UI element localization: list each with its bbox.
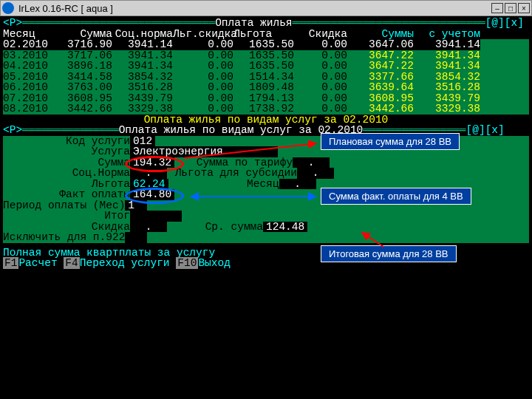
detail-panel: Код услуги 012 Услуга Электроэнергия Сум…	[3, 136, 529, 243]
val-avg[interactable]: 124.48	[263, 222, 307, 233]
minimize-button[interactable]: –	[491, 3, 503, 13]
hdr-account: с учетом	[414, 29, 480, 40]
table-row[interactable]: 04.20103896.183941.340.001635.500.003647…	[3, 61, 529, 72]
close-button[interactable]: ×	[518, 3, 530, 13]
titlebar: IrLex 0.16-RC [ aqua ] – □ ×	[0, 0, 532, 16]
lbl-sum: Сумма	[3, 157, 130, 168]
callout-plan: Плановая сумма для 28 ВВ	[321, 133, 460, 150]
hdr-benefit: Льгота	[233, 29, 294, 40]
lbl-tariff: Сумма по тарифу	[174, 157, 293, 168]
lbl-month: Месяц	[168, 179, 279, 190]
hdr-totals: Суммы	[347, 29, 414, 40]
lbl-benefit: Льгота	[3, 179, 130, 190]
table-row[interactable]: 07.20103608.953439.790.001794.130.003608…	[3, 93, 529, 104]
cell-total: 3647.06	[347, 39, 414, 50]
hdr-norm: Соц.норма	[112, 29, 173, 40]
lbl-discount: Скидка	[3, 222, 130, 233]
cell-disc: 0.00	[173, 39, 233, 50]
terminal: <P>══════════════════════════════Оплата …	[0, 16, 532, 270]
app-icon	[2, 2, 14, 14]
panel2-controls[interactable]: [@][x]	[466, 125, 505, 136]
val-code[interactable]: 012	[130, 136, 155, 147]
lbl-fact: Факт оплаты	[3, 189, 130, 200]
panel1-prefix: <P>	[3, 18, 22, 29]
cell-skidka: 0.00	[294, 39, 347, 50]
val-subs[interactable]: .	[297, 168, 334, 179]
maximize-button[interactable]: □	[505, 3, 516, 13]
hdr-skidka: Скидка	[294, 29, 347, 40]
annotation-circle-plan	[125, 156, 184, 172]
lbl-total: Итог	[3, 211, 130, 222]
panel2-prefix: <P>	[3, 125, 22, 136]
annotation-circle-fact	[125, 188, 184, 204]
table-row[interactable]: 08.20103442.663329.380.001738.920.003442…	[3, 103, 529, 115]
hdr-sum: Сумма	[52, 29, 112, 40]
lbl-service: Услуга	[3, 146, 130, 157]
cell-sum: 3716.90	[52, 39, 112, 50]
fkey-f1-label: Расчет	[18, 257, 57, 269]
table-header-row: Месяц Сумма Соц.норма Льг.скидка Льгота …	[3, 29, 529, 40]
lbl-subs: Льгота для субсидии	[167, 168, 297, 179]
callout-fact: Сумма факт. оплаты для 4 ВВ	[321, 188, 471, 205]
cell-benefit: 1635.50	[233, 39, 294, 50]
table-row[interactable]: 03.20103717.063941.340.001635.500.003647…	[3, 50, 529, 61]
hdr-month: Месяц	[3, 29, 52, 40]
lbl-norm: Соц.Норма	[3, 168, 130, 179]
val-month[interactable]: .	[279, 179, 316, 190]
lbl-period: Период оплаты (Мес)	[3, 200, 125, 211]
panel1-title: Оплата жилья	[215, 18, 292, 29]
fkey-f10[interactable]: F10	[176, 257, 198, 269]
val-tariff[interactable]: .	[293, 157, 330, 168]
table-row[interactable]: 06.20103763.003516.280.001809.480.003639…	[3, 82, 529, 93]
fkey-f1[interactable]: F1	[3, 257, 18, 269]
cell-month: 02.2010	[3, 39, 52, 50]
payments-table: 02.2010 3716.90 3941.14 0.00 1635.50 0.0…	[3, 39, 529, 115]
callout-total: Итоговая сумма для 28 ВВ	[321, 245, 457, 262]
hdr-discount: Льг.скидка	[173, 29, 233, 40]
val-discount[interactable]: .	[130, 222, 167, 233]
window-title: IrLex 0.16-RC [ aqua ]	[18, 3, 490, 14]
lbl-code: Код услуги	[3, 136, 130, 147]
section-title: Оплата жилья по видам услуг за 02.2010	[3, 115, 529, 126]
lbl-excl: Исключить для п.922	[3, 232, 125, 243]
cell-norm: 3941.14	[112, 39, 173, 50]
fkey-f10-label: Выход	[198, 257, 231, 269]
val-total[interactable]	[130, 211, 182, 222]
table-row[interactable]: 05.20103414.583854.320.001514.340.003377…	[3, 72, 529, 83]
cell-acc: 3941.14	[414, 39, 480, 50]
lbl-avg: Ср. сумма	[167, 222, 263, 233]
table-row[interactable]: 02.2010 3716.90 3941.14 0.00 1635.50 0.0…	[3, 39, 529, 50]
val-excl[interactable]	[125, 232, 147, 243]
panel1-frame-top: <P>══════════════════════════════Оплата …	[3, 18, 529, 29]
fkey-f4[interactable]: F4	[64, 257, 79, 269]
fkey-f4-label: Переход услуги	[80, 257, 170, 269]
panel1-controls[interactable]: [@][x]	[485, 18, 524, 29]
